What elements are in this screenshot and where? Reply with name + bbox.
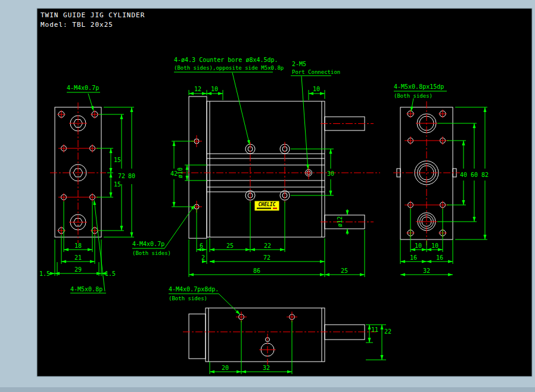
dim-front-15a: 15 <box>114 157 121 163</box>
dim-bottom-11: 11 <box>371 326 378 333</box>
dim-front-80: 80 <box>128 173 135 179</box>
brand-plate: CHELIC <box>254 201 279 211</box>
drawing-model: Model: TBL 20x25 <box>41 21 113 29</box>
dim-front-edge-right: 1.5 <box>105 270 116 277</box>
brand-smalltext-accent <box>273 208 277 210</box>
dim-rear-16b: 16 <box>436 254 443 261</box>
dim-side-bore: ø10 <box>177 167 183 178</box>
dim-front-21: 21 <box>74 254 82 261</box>
dim-front-18: 18 <box>74 242 82 249</box>
label-plate-thread-line1: 4-M4x0.7p <box>132 241 164 247</box>
dim-side-2: 2 <box>201 254 205 261</box>
dim-front-edge-left: 1.5 <box>39 270 50 277</box>
label-front-bottom-thread: 4-M5x0.8p <box>70 286 102 293</box>
label-rear-thread-line1: 4-M5x0.8px15dp <box>394 83 444 90</box>
dim-bottom-22: 22 <box>384 328 391 335</box>
drawing-title: TWIN GUIDE JIG CYLINDER <box>41 11 145 19</box>
dim-side-86: 86 <box>253 267 260 274</box>
dim-side-10-port: 10 <box>313 86 320 92</box>
label-port-line2: Port Connection <box>292 69 340 75</box>
label-bottom-thread-line1: 4-M4x0.7px8dp. <box>169 286 219 293</box>
dim-rear-82: 82 <box>481 172 489 178</box>
dim-side-72: 72 <box>263 254 270 261</box>
dim-bottom-20: 20 <box>222 365 229 371</box>
window-frame-bottom-edge <box>0 387 535 392</box>
dim-side-22: 22 <box>264 242 271 249</box>
cad-viewport: TWIN GUIDE JIG CYLINDER Model: TBL 20x25 <box>0 0 535 392</box>
label-plate-thread-line2: (Both sides) <box>132 250 171 256</box>
dim-front-72: 72 <box>118 173 125 179</box>
application-window: TWIN GUIDE JIG CYLINDER Model: TBL 20x25 <box>0 0 535 392</box>
label-bottom-thread-line2: (Both sides) <box>169 295 207 301</box>
dim-side-6: 6 <box>200 242 203 249</box>
dim-rear-40: 40 <box>460 172 467 178</box>
label-counterbore-line2: (Both sides),opposite side M5x0.8p <box>174 65 284 71</box>
dim-side-25a: 25 <box>226 242 234 249</box>
dim-rear-32: 32 <box>423 267 430 274</box>
dim-rear-60: 60 <box>471 172 478 178</box>
dim-side-10-top: 10 <box>211 86 218 92</box>
dim-front-29: 29 <box>74 266 82 273</box>
dim-rear-10a: 10 <box>415 242 422 249</box>
label-counterbore-line1: 4-ø4.3 Counter bore ø8x4.5dp. <box>174 57 278 63</box>
label-rear-thread-line2: (Both sides) <box>394 93 433 99</box>
dim-rear-16a: 16 <box>410 254 417 261</box>
dim-bottom-32: 32 <box>263 365 270 371</box>
dim-side-30: 30 <box>327 170 334 177</box>
dim-side-rod: ø12 <box>337 216 343 227</box>
dim-side-25b: 25 <box>341 267 348 274</box>
brand-logo-text: CHELIC <box>259 202 276 207</box>
dim-rear-10b: 10 <box>431 242 438 249</box>
dim-side-12: 12 <box>194 86 201 92</box>
label-front-top-thread: 4-M4x0.7p <box>67 85 99 91</box>
dim-front-15b: 15 <box>114 181 121 188</box>
brand-smalltext-decor <box>257 208 271 210</box>
label-port-line1: 2-M5 <box>292 61 306 67</box>
